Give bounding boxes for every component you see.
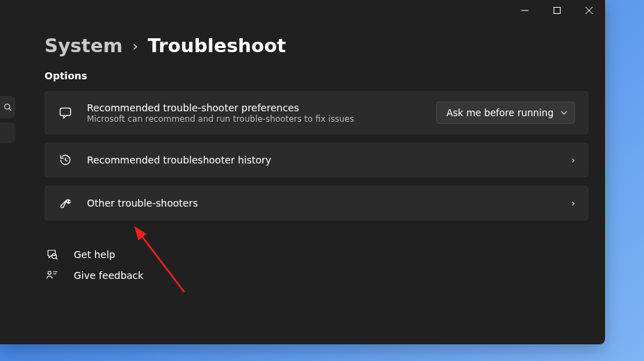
chat-icon	[58, 106, 73, 120]
chevron-right-icon: ›	[571, 198, 575, 209]
chevron-right-icon: ›	[132, 38, 138, 54]
breadcrumb-parent[interactable]: System	[45, 35, 122, 56]
dropdown-value: Ask me before running	[446, 107, 554, 118]
get-help-link[interactable]: Get help	[45, 244, 588, 265]
section-label: Options	[45, 70, 588, 81]
svg-rect-1	[554, 8, 561, 14]
close-button[interactable]	[573, 0, 605, 21]
link-label: Give feedback	[74, 270, 143, 281]
feedback-icon	[45, 269, 60, 282]
content-area: System › Troubleshoot Options Recommende…	[0, 21, 605, 286]
wrench-icon	[58, 196, 73, 210]
svg-point-4	[5, 104, 10, 110]
option-preferences: Recommended trouble-shooter preferences …	[45, 91, 588, 134]
search-icon	[3, 103, 12, 111]
option-title: Recommended trouble-shooter preferences	[87, 102, 422, 113]
settings-window: System › Troubleshoot Options Recommende…	[0, 0, 605, 344]
svg-line-5	[9, 109, 11, 111]
chevron-down-icon	[561, 109, 567, 116]
option-history[interactable]: Recommended troubleshooter history ›	[45, 143, 588, 177]
breadcrumb: System › Troubleshoot	[45, 35, 588, 56]
sidebar-search-stub[interactable]	[0, 96, 15, 118]
option-title: Recommended troubleshooter history	[87, 154, 557, 166]
svg-line-8	[56, 258, 57, 259]
maximize-button[interactable]	[541, 0, 573, 21]
chevron-right-icon: ›	[571, 154, 575, 166]
help-icon	[45, 248, 60, 261]
sidebar-item-stub[interactable]	[0, 122, 15, 143]
svg-rect-6	[61, 108, 71, 115]
link-label: Get help	[74, 249, 115, 260]
option-subtitle: Microsoft can recommend and run trouble-…	[87, 114, 422, 124]
svg-point-9	[48, 271, 51, 275]
option-title: Other trouble-shooters	[87, 198, 557, 209]
preferences-dropdown[interactable]: Ask me before running	[436, 102, 575, 124]
give-feedback-link[interactable]: Give feedback	[45, 265, 588, 286]
titlebar	[0, 0, 605, 21]
history-icon	[58, 153, 73, 167]
option-other-troubleshooters[interactable]: Other trouble-shooters ›	[45, 186, 588, 220]
minimize-button[interactable]	[509, 0, 541, 21]
breadcrumb-current: Troubleshoot	[147, 35, 286, 56]
footer-links: Get help Give feedback	[45, 244, 588, 286]
